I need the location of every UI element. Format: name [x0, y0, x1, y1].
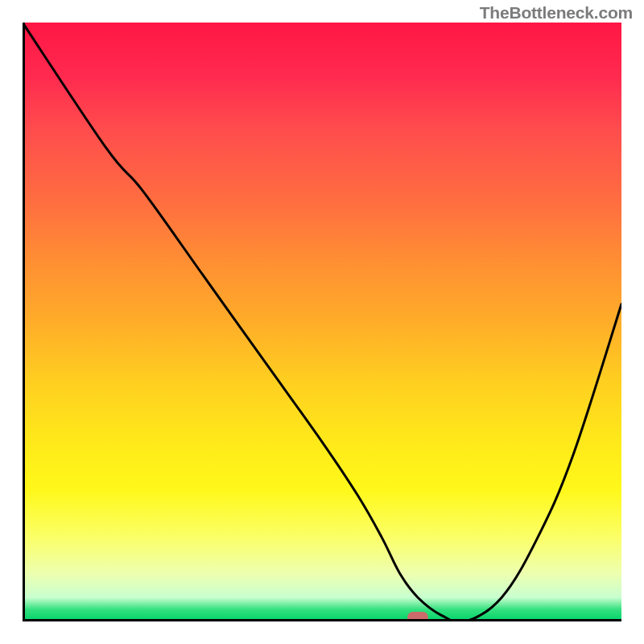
watermark-text: TheBottleneck.com: [480, 3, 633, 23]
optimal-point-marker: [407, 612, 428, 621]
bottleneck-curve: [23, 23, 621, 621]
bottleneck-chart: TheBottleneck.com: [0, 0, 644, 644]
curve-layer: [23, 23, 621, 621]
plot-area: [23, 23, 621, 621]
